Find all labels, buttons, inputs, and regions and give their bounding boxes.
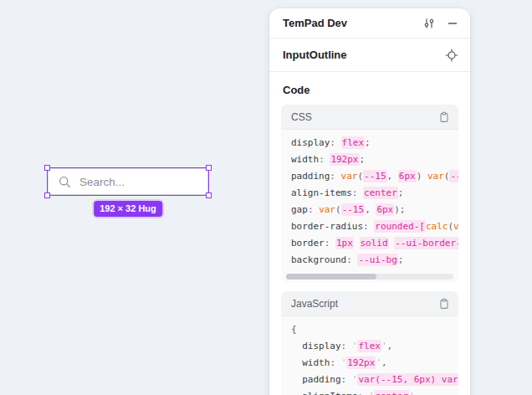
javascript-code[interactable]: { display: 'flex', width: '192px', paddi…: [281, 316, 458, 395]
code-line: padding: 'var(--15, 6px) var: [291, 372, 458, 388]
selected-component-row: InputOutline: [269, 38, 470, 72]
code-line: width: 192px;: [291, 151, 458, 168]
code-line: background: --ui-bg;: [291, 252, 458, 269]
css-block-label: CSS: [291, 111, 438, 123]
copy-icon[interactable]: [438, 111, 450, 123]
code-section-title: Code: [283, 84, 457, 96]
copy-icon[interactable]: [438, 298, 450, 310]
css-code-block: CSS display: flex;width: 192px;padding: …: [281, 105, 458, 283]
javascript-block-label: JavaScript: [291, 298, 438, 310]
scrollbar-thumb[interactable]: [286, 274, 376, 280]
selection-size-badge: 192 × 32 Hug: [94, 201, 162, 217]
panel-title: TemPad Dev: [283, 17, 422, 29]
horizontal-scrollbar[interactable]: [286, 274, 453, 280]
code-line: {: [291, 321, 458, 338]
code-line: border-radius: rounded-[calc(v: [291, 218, 458, 235]
search-input-component[interactable]: Search...: [48, 168, 208, 195]
code-line: display: flex;: [291, 135, 458, 151]
panel-header: TemPad Dev: [269, 8, 470, 38]
javascript-code-block: JavaScript { display: 'flex', width: '19…: [281, 291, 458, 395]
code-line: gap: var(--15, 6px);: [291, 202, 458, 218]
code-line: padding: var(--15, 6px) var(--: [291, 168, 458, 185]
search-placeholder-text: Search...: [79, 176, 125, 188]
code-line: width: '192px',: [291, 355, 458, 372]
component-name: InputOutline: [283, 49, 445, 61]
tempad-dev-panel: TemPad Dev InputOutline: [269, 8, 470, 395]
code-line: border: 1px solid --ui-border-: [291, 235, 458, 252]
javascript-block-header: JavaScript: [281, 291, 458, 316]
code-line: display: 'flex',: [291, 338, 458, 355]
css-code[interactable]: display: flex;width: 192px;padding: var(…: [281, 130, 458, 272]
minimize-icon[interactable]: [447, 18, 458, 29]
css-block-header: CSS: [281, 105, 458, 130]
code-line: align-items: center;: [291, 185, 458, 202]
code-line: alignItems: 'center',: [291, 388, 458, 395]
magnifier-icon: [58, 175, 72, 189]
locate-icon[interactable]: [445, 49, 458, 62]
sliders-icon[interactable]: [422, 17, 436, 30]
